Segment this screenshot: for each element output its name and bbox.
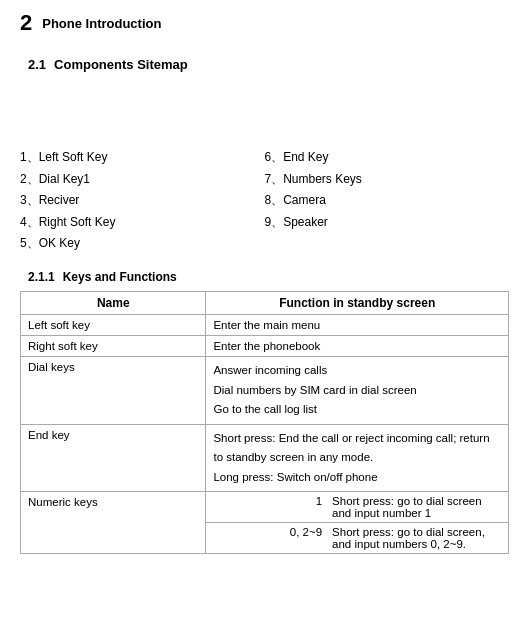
list-item: 2、Dial Key1 (20, 169, 265, 191)
numeric-key-function: Short press: go to dial screen, and inpu… (327, 523, 508, 554)
table-row: Left soft key Enter the main menu (21, 314, 509, 335)
table-row: 1 Short press: go to dial screen and inp… (206, 492, 508, 523)
list-item: 6、End Key (265, 147, 510, 169)
numeric-key-value: 1 (206, 492, 327, 523)
table-header-function: Function in standby screen (206, 291, 509, 314)
list-item: 3、Reciver (20, 190, 265, 212)
list-item: 8、Camera (265, 190, 510, 212)
table-row: Dial keys Answer incoming calls Dial num… (21, 356, 509, 424)
cell-function: Answer incoming calls Dial numbers by SI… (206, 356, 509, 424)
section-2-1-1-title: 2.1.1Keys and Functions (20, 267, 509, 285)
numeric-key-function: Short press: go to dial screen and input… (327, 492, 508, 523)
chapter-number: 2 (20, 10, 32, 36)
list-item: 7、Numbers Keys (265, 169, 510, 191)
cell-function: Enter the phonebook (206, 335, 509, 356)
components-col-1: 1、Left Soft Key 2、Dial Key1 3、Reciver 4、… (20, 147, 265, 255)
list-item: 9、Speaker (265, 212, 510, 234)
cell-name: Dial keys (21, 356, 206, 424)
cell-name: End key (21, 424, 206, 492)
table-row: End key Short press: End the call or rej… (21, 424, 509, 492)
section-2-1-title: 2.1Components Sitemap (20, 51, 509, 74)
list-item: 5、OK Key (20, 233, 265, 255)
cell-name-numeric: Numeric keys (21, 492, 206, 554)
chapter-title: Phone Introduction (42, 16, 161, 31)
cell-function: Enter the main menu (206, 314, 509, 335)
list-item: 1、Left Soft Key (20, 147, 265, 169)
keys-functions-table: Name Function in standby screen Left sof… (20, 291, 509, 554)
components-col-2: 6、End Key 7、Numbers Keys 8、Camera 9、Spea… (265, 147, 510, 255)
components-list: 1、Left Soft Key 2、Dial Key1 3、Reciver 4、… (20, 147, 509, 255)
table-row-numeric: Numeric keys 1 Short press: go to dial s… (21, 492, 509, 554)
components-image (20, 79, 509, 139)
cell-function-numeric: 1 Short press: go to dial screen and inp… (206, 492, 509, 554)
list-item: 4、Right Soft Key (20, 212, 265, 234)
cell-name: Left soft key (21, 314, 206, 335)
cell-name: Right soft key (21, 335, 206, 356)
numeric-keys-table: 1 Short press: go to dial screen and inp… (206, 492, 508, 553)
cell-function: Short press: End the call or reject inco… (206, 424, 509, 492)
table-row: 0, 2~9 Short press: go to dial screen, a… (206, 523, 508, 554)
table-header-name: Name (21, 291, 206, 314)
page-header: 2 Phone Introduction (20, 10, 509, 36)
table-row: Right soft key Enter the phonebook (21, 335, 509, 356)
numeric-key-value: 0, 2~9 (206, 523, 327, 554)
